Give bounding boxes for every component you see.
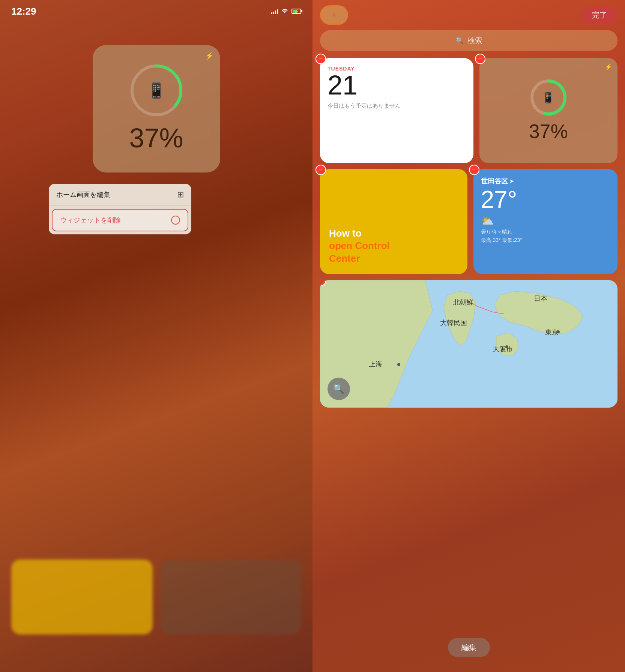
signal-bar-2 xyxy=(273,12,274,14)
svg-text:上海: 上海 xyxy=(369,360,382,368)
blurred-widgets-area xyxy=(11,560,301,634)
bolt-icon-left: ⚡ xyxy=(205,52,213,60)
remove-badge-shortcut[interactable]: − xyxy=(316,165,326,175)
map-content: 北朝鮮 日本 大韓民国 上海 大阪市 東京 🔍 xyxy=(320,280,617,408)
add-widget-button[interactable]: + xyxy=(320,5,348,25)
signal-bars-icon xyxy=(271,9,278,14)
status-icons: ⚡ xyxy=(271,8,301,15)
context-menu-grid-icon: ⊞ xyxy=(177,190,184,200)
shortcut-line3: Center xyxy=(329,252,390,265)
svg-point-11 xyxy=(397,363,400,366)
svg-text:大阪市: 大阪市 xyxy=(493,345,513,353)
svg-point-13 xyxy=(557,330,560,333)
edit-button-label: 編集 xyxy=(461,643,476,651)
weather-location-text: 世田谷区 xyxy=(481,177,508,186)
done-button-label: 完了 xyxy=(592,11,607,19)
battery-percent-left: 37% xyxy=(129,123,183,153)
charging-bolt-icon: ⚡ xyxy=(294,9,299,14)
battery-circle-left: 📱 xyxy=(130,64,183,117)
battery-widget-left: ⚡ 📱 37% xyxy=(93,45,220,172)
delete-widget-item[interactable]: ウィジェットを削除 − xyxy=(52,209,188,231)
map-search-icon: 🔍 xyxy=(333,384,344,394)
map-svg: 北朝鮮 日本 大韓民国 上海 大阪市 東京 xyxy=(320,280,617,408)
top-actions-bar: + 完了 xyxy=(320,5,617,25)
search-bar[interactable]: 🔍 検索 xyxy=(320,30,617,51)
search-icon: 🔍 xyxy=(455,36,464,45)
plus-icon: + xyxy=(332,10,337,20)
shortcut-line2: open Control xyxy=(329,240,390,252)
context-menu-header: ホーム画面を編集 ⊞ xyxy=(49,184,191,206)
remove-badge-calendar[interactable]: − xyxy=(316,54,326,64)
context-menu-title: ホーム画面を編集 xyxy=(56,190,110,199)
wifi-icon xyxy=(281,8,288,15)
left-panel: 12:29 ⚡ ⚡ xyxy=(0,0,312,672)
status-bar-left: 12:29 ⚡ xyxy=(0,0,312,22)
shortcut-widget: − How to open Control Center xyxy=(320,169,467,274)
signal-bar-1 xyxy=(271,12,272,14)
location-arrow-icon: ➤ xyxy=(509,178,514,184)
remove-badge-weather[interactable]: − xyxy=(469,165,479,175)
svg-text:北朝鮮: 北朝鮮 xyxy=(453,298,473,306)
shortcut-title: How to open Control Center xyxy=(329,227,390,265)
signal-bar-4 xyxy=(277,9,278,14)
right-panel: + 完了 🔍 検索 − TUESDAY 21 今日はもう予定はありません − ⚡ xyxy=(312,0,625,672)
cal-date: 21 xyxy=(328,72,466,99)
map-search-button[interactable]: 🔍 xyxy=(328,378,350,400)
widgets-row-3: − xyxy=(320,280,617,408)
battery-percent-right: 37% xyxy=(529,120,568,142)
edit-button[interactable]: 編集 xyxy=(448,638,490,657)
signal-bar-3 xyxy=(275,10,276,14)
search-placeholder: 検索 xyxy=(467,36,482,46)
map-widget: − xyxy=(320,280,617,408)
svg-text:大韓民国: 大韓民国 xyxy=(440,319,467,327)
context-menu: ホーム画面を編集 ⊞ ウィジェットを削除 − xyxy=(49,184,191,234)
weather-widget: − 世田谷区 ➤ 27° ⛅ 曇り時々晴れ 最高:33° 最低:23° xyxy=(473,169,618,274)
bolt-icon-right: ⚡ xyxy=(605,63,612,70)
weather-location: 世田谷区 ➤ xyxy=(481,177,610,186)
svg-text:東京: 東京 xyxy=(545,328,559,336)
phone-icon-left: 📱 xyxy=(147,82,166,99)
weather-condition: 曇り時々晴れ xyxy=(481,229,610,236)
blurred-widget-gray xyxy=(160,560,302,634)
widgets-area: − TUESDAY 21 今日はもう予定はありません − ⚡ 📱 37% xyxy=(320,58,617,627)
svg-text:日本: 日本 xyxy=(534,295,547,302)
cloud-icon: ⛅ xyxy=(481,215,494,227)
widgets-row-2: − How to open Control Center − 世田谷区 ➤ 27… xyxy=(320,169,617,274)
phone-icon-right: 📱 xyxy=(542,92,555,104)
weather-high-low: 最高:33° 最低:23° xyxy=(481,237,610,244)
weather-temperature: 27° xyxy=(481,186,610,213)
battery-widget-right: − ⚡ 📱 37% xyxy=(479,58,618,163)
battery-circle-right: 📱 xyxy=(530,79,567,116)
done-button[interactable]: 完了 xyxy=(581,6,617,24)
delete-widget-label: ウィジェットを削除 xyxy=(60,216,121,225)
widgets-row-1: − TUESDAY 21 今日はもう予定はありません − ⚡ 📱 37% xyxy=(320,58,617,163)
cal-note: 今日はもう予定はありません xyxy=(328,102,466,110)
battery-icon: ⚡ xyxy=(291,9,301,14)
shortcut-line1: How to xyxy=(329,227,390,240)
remove-badge-battery[interactable]: − xyxy=(475,54,485,64)
svg-point-12 xyxy=(505,345,508,348)
minus-icon: − xyxy=(171,216,180,225)
calendar-widget: − TUESDAY 21 今日はもう予定はありません xyxy=(320,58,473,163)
blurred-widget-yellow xyxy=(11,560,153,634)
time-display: 12:29 xyxy=(11,6,36,17)
